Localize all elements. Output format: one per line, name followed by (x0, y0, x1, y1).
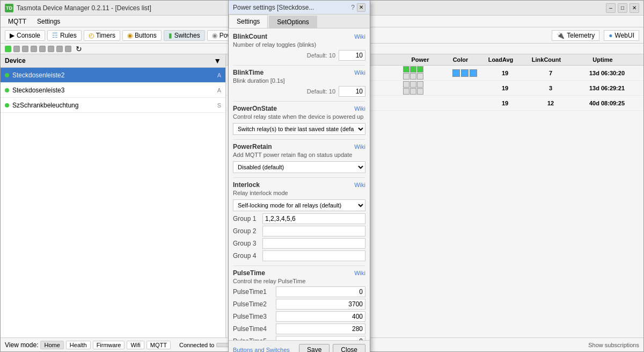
telemetry-icon: 🔌 (557, 32, 565, 39)
divider-3 (233, 139, 365, 140)
pulsetime-input-1[interactable] (276, 299, 365, 310)
device-indicator-2 (5, 103, 9, 107)
power-retain-title: PowerRetain (233, 143, 272, 150)
blink-time-wiki[interactable]: Wiki (354, 69, 365, 76)
telemetry-button[interactable]: 🔌 Telemetry (552, 30, 599, 41)
buttons-and-switches-link[interactable]: Buttons and Switches (233, 347, 290, 352)
view-mqtt-button[interactable]: MQTT (147, 341, 171, 349)
power-grid-0 (403, 66, 423, 80)
device-row-0[interactable]: Steckdosenleiste2 A (1, 68, 225, 83)
group-row-1: Group 2 (233, 226, 365, 236)
blink-time-section: BlinkTime Wiki Blink duration [0.1s] Def… (233, 69, 365, 97)
uptime-cell-0: 13d 06:30:20 (575, 70, 639, 76)
maximize-button[interactable]: □ (618, 3, 627, 13)
power-cell-0 (403, 66, 446, 80)
refresh-icon[interactable]: ↻ (76, 45, 82, 53)
power-led (417, 66, 423, 73)
power-retain-wiki[interactable]: Wiki (354, 143, 365, 150)
loadavg-cell-0: 19 (484, 70, 526, 76)
minimize-button[interactable]: – (606, 3, 616, 13)
view-wifi-button[interactable]: Wifi (127, 341, 144, 349)
power-on-state-select[interactable]: Switch relay(s) to their last saved stat… (233, 123, 365, 135)
menu-settings[interactable]: Settings (34, 17, 63, 26)
group-input-2[interactable] (262, 238, 365, 249)
toolbar-right: 🔌 Telemetry ● WebUI (552, 30, 639, 41)
device-indicator-1 (5, 88, 9, 92)
group-row-3: Group 4 (233, 250, 365, 261)
group-input-0[interactable] (262, 213, 365, 224)
menu-mqtt[interactable]: MQTT (5, 17, 30, 26)
save-button[interactable]: Save (299, 344, 330, 352)
linkcount-cell-0: 7 (526, 70, 575, 76)
color-cell-0 (446, 69, 484, 77)
divider-1 (233, 65, 365, 66)
blink-count-desc: Number of relay toggles (blinks) (233, 41, 365, 48)
title-bar-controls: – □ ✕ (606, 3, 639, 13)
power-on-state-title: PowerOnState (233, 105, 277, 112)
interlock-title: Interlock (233, 181, 260, 189)
device-row-1[interactable]: Steckdosenleiste3 A (1, 83, 225, 98)
power-led (410, 73, 416, 80)
view-home-button[interactable]: Home (40, 341, 63, 349)
interlock-groups: Group 1 Group 2 Group 3 Group 4 (233, 213, 365, 261)
pulsetime-input-2[interactable] (276, 311, 365, 322)
power-on-state-wiki[interactable]: Wiki (354, 105, 365, 112)
close-button[interactable]: ✕ (630, 3, 639, 13)
rules-icon: ☶ (52, 32, 58, 39)
device-list-title: Device (5, 57, 26, 64)
power-icon: ◉ (212, 32, 217, 39)
power-led (403, 88, 409, 95)
power-led (403, 81, 409, 88)
close-button[interactable]: Close (333, 344, 365, 352)
header-loadavg: LoadAvg (479, 56, 522, 63)
tab-settings[interactable]: Settings (229, 15, 268, 28)
divider-2 (233, 101, 365, 102)
uptime-cell-1: 13d 06:29:21 (575, 85, 639, 91)
group-label-2: Group 3 (233, 240, 262, 247)
power-led (417, 88, 423, 95)
linkcount-cell-1: 3 (526, 85, 575, 91)
interlock-wiki[interactable]: Wiki (354, 182, 365, 188)
tab-setoptions[interactable]: SetOptions (269, 16, 317, 28)
modal-close-button[interactable]: ✕ (357, 3, 365, 12)
console-button[interactable]: ▶ Console (5, 30, 45, 41)
webui-button[interactable]: ● WebUI (604, 30, 639, 41)
device-row-2[interactable]: SzSchrankbeleuchtung S (1, 98, 225, 113)
pulsetime-input-4[interactable] (276, 336, 365, 340)
blink-count-input[interactable] (339, 50, 365, 61)
blink-count-wiki[interactable]: Wiki (354, 33, 365, 40)
pulsetime-input-3[interactable] (276, 324, 365, 334)
switches-icon: ▮ (169, 32, 172, 39)
pulsetime-label-2: PulseTime3 (233, 313, 276, 320)
pulsetime-input-0[interactable] (276, 286, 365, 297)
led-3 (31, 46, 37, 52)
sort-icon[interactable]: ▼ (214, 56, 221, 65)
group-input-3[interactable] (262, 250, 365, 261)
modal-title: Power settings [Steckdose... (233, 4, 314, 11)
led-7 (65, 46, 71, 52)
power-led (417, 73, 423, 80)
pulse-time-wiki[interactable]: Wiki (354, 270, 365, 276)
pulsetime-label-1: PulseTime2 (233, 300, 276, 308)
uptime-cell-2: 40d 08:09:25 (575, 100, 639, 106)
view-firmware-button[interactable]: Firmware (93, 341, 125, 349)
interlock-desc: Relay interlock mode (233, 190, 365, 196)
pulse-time-title: PulseTime (233, 269, 265, 277)
power-on-state-desc: Control relay state when the device is p… (233, 113, 365, 120)
modal-help-button[interactable]: ? (351, 4, 355, 11)
power-retain-select[interactable]: Disabled (default) (233, 161, 365, 173)
view-mode-area: View mode: Home Health Firmware Wifi MQT… (5, 341, 171, 349)
blink-time-input[interactable] (339, 86, 365, 97)
buttons-button[interactable]: ◉ Buttons (122, 30, 162, 41)
view-health-button[interactable]: Health (66, 341, 91, 349)
group-input-1[interactable] (262, 226, 365, 236)
divider-5 (233, 265, 365, 266)
pulse-time-section: PulseTime Wiki Control the relay PulseTi… (233, 269, 365, 340)
interlock-select[interactable]: Self-locking mode for all relays (defaul… (233, 199, 365, 211)
device-name-2: SzSchrankbeleuchtung (12, 102, 217, 109)
switches-button[interactable]: ▮ Switches (164, 30, 205, 41)
timers-button[interactable]: ◴ Timers (84, 30, 120, 41)
divider-4 (233, 177, 365, 178)
power-settings-modal: Power settings [Steckdose... ? ✕ Setting… (228, 0, 370, 352)
rules-button[interactable]: ☶ Rules (47, 30, 82, 41)
